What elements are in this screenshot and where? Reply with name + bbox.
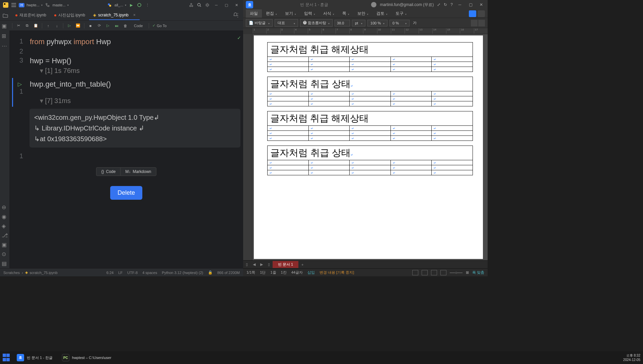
expand-icon[interactable]: ⤢ xyxy=(437,2,440,7)
user-email[interactable]: martinii.fun@gmail.com (무료) xyxy=(380,2,434,8)
view-mode-1-icon[interactable] xyxy=(469,10,476,17)
view-btn-1-icon[interactable] xyxy=(412,270,418,275)
hamburger-icon[interactable] xyxy=(11,2,17,8)
run-icon[interactable]: ▶ xyxy=(128,2,134,8)
delete-cell-icon[interactable]: 🗑 xyxy=(123,23,128,28)
services-icon[interactable]: ◈ xyxy=(2,223,8,229)
font-dropdown[interactable]: 🅣 함초롬바탕 xyxy=(300,19,333,27)
code-cell-2[interactable]: ▷1hwp.get_into_nth_table() ▾ [7] 31ms xyxy=(12,78,240,107)
copy-icon[interactable]: ⧉ xyxy=(24,23,30,28)
terminal-icon[interactable]: ▣ xyxy=(2,242,8,248)
page-indicator[interactable]: 1/1쪽 xyxy=(246,270,255,275)
vertical-ruler[interactable] xyxy=(243,34,253,260)
stop-icon[interactable]: ■ xyxy=(88,23,93,28)
spacing-dropdown[interactable]: 0 % xyxy=(389,20,410,26)
goto-button[interactable]: ✓Go To xyxy=(152,23,166,28)
tab-next-icon[interactable]: ▶ xyxy=(258,262,265,267)
track-changes[interactable]: 변경 내용 [기록 중지] xyxy=(319,270,354,275)
insert-mode[interactable]: 삽입 xyxy=(307,270,315,275)
cell-type-dropdown[interactable]: Code xyxy=(131,23,145,28)
structure-icon[interactable]: ⊞ xyxy=(2,33,8,39)
add-code-button[interactable]: {}Code xyxy=(96,167,120,176)
close-icon[interactable]: ✕ xyxy=(478,2,485,7)
tab-file-1[interactable]: 재료준비.ipynb xyxy=(11,10,50,20)
sync-icon[interactable]: ↻ xyxy=(444,2,447,7)
unit-dropdown[interactable]: pt xyxy=(352,20,365,26)
menu-file[interactable]: 파일 xyxy=(246,9,262,18)
memory[interactable]: 866 of 2200M xyxy=(217,271,240,275)
table-4[interactable]: 글자처럼 취급 상태 xyxy=(267,146,473,175)
minimize-icon[interactable]: ─ xyxy=(212,3,220,7)
project-tool-icon[interactable]: ▣ xyxy=(2,23,8,29)
tab-file-2[interactable]: 사진삽입.ipynb xyxy=(50,10,89,20)
view-btn-3-icon[interactable] xyxy=(431,270,437,275)
code-cell-3[interactable]: 1 xyxy=(12,150,240,162)
menu-format[interactable]: 서식 xyxy=(319,9,338,18)
todo-icon[interactable]: ▤ xyxy=(2,260,8,266)
settings-icon[interactable] xyxy=(204,2,210,8)
run-cell-gutter-icon[interactable]: ▷ xyxy=(15,81,22,87)
table-2[interactable]: 글자처럼 취급 상태 xyxy=(267,77,473,106)
zoom-dropdown[interactable]: 100 % xyxy=(367,20,387,26)
table-3[interactable]: 글자처럼 취급 해제상태 xyxy=(267,111,473,141)
paste-icon[interactable]: 📋 xyxy=(33,23,39,28)
breadcrumb-root[interactable]: Scratches xyxy=(3,271,20,275)
document-page[interactable]: 글자처럼 취급 해제상태 글자처럼 취급 상태 글자처럼 취급 해제상태 글자처… xyxy=(254,35,483,259)
align-1-icon[interactable] xyxy=(471,20,478,26)
menu-security[interactable]: 보안 xyxy=(353,9,372,18)
view-mode-2-icon[interactable] xyxy=(478,10,485,17)
close-tab-icon[interactable]: × xyxy=(133,13,136,17)
document-tab[interactable]: 빈 문서 1 xyxy=(273,261,298,268)
menu-tools[interactable]: 도구 xyxy=(391,9,411,18)
avatar-icon[interactable] xyxy=(371,2,376,7)
repr-dropdown[interactable]: 대표 xyxy=(275,19,298,27)
zoom-slider[interactable]: ──○── xyxy=(450,271,462,275)
close-icon[interactable]: ✕ xyxy=(232,3,240,7)
fit-mode[interactable]: 폭 맞춤 xyxy=(472,270,484,275)
add-markdown-button[interactable]: M↓Markdown xyxy=(120,167,156,176)
debug-icon[interactable] xyxy=(136,2,142,8)
maximize-icon[interactable]: ▢ xyxy=(222,3,230,7)
run-all-icon[interactable]: ⏩ xyxy=(75,23,81,28)
menu-input[interactable]: 입력 xyxy=(300,9,319,18)
problems-icon[interactable]: ⊙ xyxy=(2,251,8,257)
project-badge[interactable]: H xyxy=(19,3,24,7)
more-icon[interactable]: ⋮ xyxy=(144,2,150,8)
move-up-icon[interactable]: ↑ xyxy=(46,23,51,28)
menu-edit[interactable]: 편집 xyxy=(262,9,281,18)
python-packages-icon[interactable]: ◉ xyxy=(2,213,8,219)
cut-icon[interactable]: ✂ xyxy=(16,23,21,28)
inspection-ok-icon[interactable]: ✓ xyxy=(237,35,241,40)
move-down-icon[interactable]: ↓ xyxy=(54,23,60,28)
run-config-dropdown[interactable]: all_... xyxy=(115,3,126,7)
line-ending[interactable]: LF xyxy=(118,271,123,275)
code-cell-1[interactable]: 1from pyhwpx import Hwp 2 3hwp = Hwp() ▾… xyxy=(12,35,240,77)
share-icon[interactable] xyxy=(188,2,194,8)
run-cell-icon[interactable]: ▷ xyxy=(67,23,72,28)
branch-dropdown[interactable]: maste... xyxy=(53,3,69,7)
restart-icon[interactable]: ⟳ xyxy=(96,23,102,28)
tab-first-icon[interactable]: ▯ xyxy=(243,262,251,267)
app-icon[interactable] xyxy=(3,2,9,8)
folder-icon[interactable] xyxy=(3,13,9,18)
cursor-position[interactable]: 6:24 xyxy=(106,271,114,275)
help-icon[interactable]: ? xyxy=(450,2,453,7)
notifications-icon[interactable] xyxy=(233,12,238,17)
align-2-icon[interactable] xyxy=(478,20,485,26)
interpreter[interactable]: Python 3.12 (hwptest) (2) xyxy=(162,271,203,275)
search-icon[interactable] xyxy=(196,2,202,8)
vcs-icon[interactable]: ⎇ xyxy=(2,232,8,238)
encoding[interactable]: UTF-8 xyxy=(127,271,138,275)
delete-button[interactable]: Delete xyxy=(110,186,142,200)
view-btn-2-icon[interactable] xyxy=(422,270,428,275)
menu-review[interactable]: 검토 xyxy=(372,9,391,18)
minimize-icon[interactable]: ─ xyxy=(456,2,463,7)
tab-file-3[interactable]: ◈scratch_75.ipynb× xyxy=(89,11,140,20)
notebook-editor[interactable]: ✓ 1from pyhwpx import Hwp 2 3hwp = Hwp()… xyxy=(9,31,243,268)
hwp-logo-icon[interactable]: 호 xyxy=(246,1,253,8)
rail-collapse-icon[interactable]: ⊖ xyxy=(2,204,8,210)
view-btn-4-icon[interactable] xyxy=(440,270,446,275)
breadcrumb-file[interactable]: scratch_75.ipynb xyxy=(30,271,58,275)
bookmarks-icon[interactable]: ⋯ xyxy=(2,43,8,49)
table-1[interactable]: 글자처럼 취급 해제상태 xyxy=(267,42,473,72)
